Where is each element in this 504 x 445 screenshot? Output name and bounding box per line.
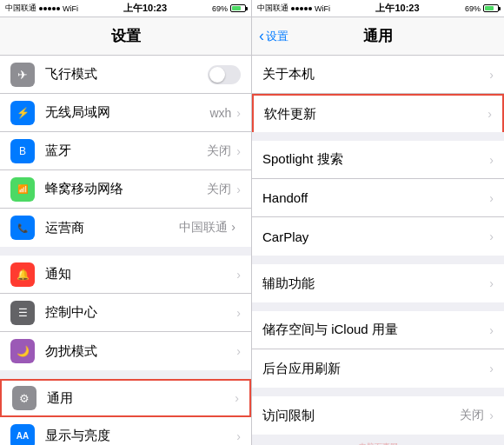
left-nav-bar: 设置 — [0, 17, 251, 56]
right-row-storage[interactable]: 储存空间与 iCloud 用量 › — [252, 311, 504, 349]
software-update-chevron: › — [487, 107, 492, 121]
right-gap-3 — [252, 302, 504, 311]
right-battery-pct: 69% — [465, 4, 481, 13]
back-chevron-icon: ‹ — [259, 27, 264, 45]
cellular-value: 关闭 — [207, 182, 231, 197]
left-row-notifications[interactable]: 🔔 通知 › — [0, 256, 251, 294]
right-nav-back[interactable]: ‹ 设置 — [259, 27, 288, 45]
left-battery-fill — [232, 6, 241, 10]
right-row-software-update[interactable]: 软件更新 › — [252, 94, 504, 132]
bluetooth-chevron: › — [236, 144, 241, 158]
about-label: 关于本机 — [262, 66, 489, 83]
right-watermark: 电脑百事网www.pcbst.com — [252, 435, 504, 445]
carplay-label: CarPlay — [262, 229, 489, 244]
right-panel: 中国联通 WiFi 上午10:23 69% ‹ 设置 通用 关于本机 › — [252, 0, 504, 445]
wifi-label: 无线局域网 — [45, 104, 209, 121]
right-settings-list[interactable]: 关于本机 › 软件更新 › Spotlight 搜索 › Handoff › C… — [252, 56, 504, 445]
carrier-value: 中国联通 › — [179, 220, 235, 236]
right-battery-fill — [485, 6, 494, 10]
control-label: 控制中心 — [45, 304, 236, 321]
restrictions-value: 关闭 — [460, 408, 484, 423]
control-chevron: › — [236, 306, 241, 320]
storage-chevron: › — [489, 323, 494, 337]
cellular-label: 蜂窝移动网络 — [45, 181, 207, 197]
airplane-toggle[interactable] — [208, 65, 241, 84]
spotlight-label: Spotlight 搜索 — [262, 151, 489, 168]
right-status-left: 中国联通 WiFi — [257, 3, 330, 14]
restrictions-chevron: › — [489, 408, 494, 422]
display-chevron: › — [236, 429, 241, 443]
restrictions-label: 访问限制 — [262, 408, 460, 424]
bluetooth-value: 关闭 — [207, 143, 231, 159]
right-gap-2 — [252, 256, 504, 264]
left-row-general[interactable]: ⚙ 通用 › — [0, 379, 251, 417]
left-row-carrier[interactable]: 📞 运营商 中国联通 › — [0, 209, 251, 247]
right-signal — [291, 7, 312, 10]
left-row-cellular[interactable]: 📶 蜂窝移动网络 关闭 › — [0, 170, 251, 209]
cellular-icon: 📶 — [10, 177, 35, 202]
left-row-bluetooth[interactable]: B 蓝牙 关闭 › — [0, 132, 251, 170]
right-section-storage: 储存空间与 iCloud 用量 › 后台应用刷新 › — [252, 311, 504, 388]
software-update-label: 软件更新 — [264, 106, 487, 123]
right-carrier: 中国联通 — [257, 3, 288, 14]
storage-label: 储存空间与 iCloud 用量 — [262, 322, 489, 338]
carrier-label: 运营商 — [45, 220, 179, 236]
general-chevron: › — [235, 391, 239, 405]
left-settings-list[interactable]: ✈ 飞行模式 ⚡ 无线局域网 wxh › B 蓝牙 关闭 › 📶 蜂窝移动网络 — [0, 56, 251, 445]
right-time: 上午10:23 — [375, 2, 419, 15]
display-label: 显示与亮度 — [45, 428, 236, 444]
dnd-icon: 🌙 — [10, 339, 35, 363]
left-nav-title: 设置 — [111, 26, 141, 46]
left-row-wifi[interactable]: ⚡ 无线局域网 wxh › — [0, 94, 251, 132]
right-gap-4 — [252, 388, 504, 396]
dnd-label: 勿扰模式 — [45, 343, 236, 360]
left-row-airplane[interactable]: ✈ 飞行模式 — [0, 56, 251, 94]
handoff-label: Handoff — [262, 190, 489, 205]
left-wifi-icon: WiFi — [63, 4, 78, 13]
accessibility-chevron: › — [489, 276, 494, 290]
right-row-handoff[interactable]: Handoff › — [252, 179, 504, 217]
right-battery-icon — [483, 4, 499, 12]
general-icon: ⚙ — [12, 386, 36, 410]
display-icon: AA — [10, 424, 35, 446]
right-nav-title: 通用 — [363, 26, 393, 46]
right-row-spotlight[interactable]: Spotlight 搜索 › — [252, 141, 504, 179]
left-gap-1 — [0, 247, 251, 256]
carplay-chevron: › — [489, 229, 494, 243]
right-nav-bar: ‹ 设置 通用 — [252, 17, 504, 56]
general-label: 通用 — [47, 390, 235, 407]
background-chevron: › — [489, 362, 494, 375]
background-label: 后台应用刷新 — [262, 361, 489, 377]
back-label: 设置 — [266, 29, 288, 44]
right-row-accessibility[interactable]: 辅助功能 › — [252, 264, 504, 302]
right-section-about: 关于本机 › 软件更新 › — [252, 56, 504, 132]
right-row-about[interactable]: 关于本机 › — [252, 56, 504, 94]
left-battery-icon — [230, 4, 246, 12]
cellular-chevron: › — [236, 183, 241, 196]
left-section-connectivity: ✈ 飞行模式 ⚡ 无线局域网 wxh › B 蓝牙 关闭 › 📶 蜂窝移动网络 — [0, 56, 251, 247]
right-gap-1 — [252, 132, 504, 141]
left-gap-2 — [0, 370, 251, 379]
left-battery-pct: 69% — [212, 4, 228, 13]
handoff-chevron: › — [489, 191, 494, 205]
left-status-right: 69% — [212, 4, 246, 13]
left-signal — [39, 7, 60, 10]
accessibility-label: 辅助功能 — [262, 276, 489, 292]
airplane-icon: ✈ — [10, 63, 35, 87]
right-row-background[interactable]: 后台应用刷新 › — [252, 349, 504, 388]
left-row-control[interactable]: ☰ 控制中心 › — [0, 294, 251, 332]
left-row-dnd[interactable]: 🌙 勿扰模式 › — [0, 332, 251, 370]
left-panel: 中国联通 WiFi 上午10:23 69% 设置 ✈ 飞行模式 — [0, 0, 252, 445]
left-section-notifications: 🔔 通知 › ☰ 控制中心 › 🌙 勿扰模式 › — [0, 256, 251, 370]
control-icon: ☰ — [10, 301, 35, 325]
right-row-restrictions[interactable]: 访问限制 关闭 › — [252, 396, 504, 435]
dnd-chevron: › — [236, 344, 241, 358]
left-row-display[interactable]: AA 显示与亮度 › — [0, 417, 251, 445]
spotlight-chevron: › — [489, 153, 494, 167]
right-row-carplay[interactable]: CarPlay › — [252, 217, 504, 256]
left-status-left: 中国联通 WiFi — [5, 3, 78, 14]
notifications-chevron: › — [236, 268, 241, 282]
airplane-label: 飞行模式 — [45, 66, 208, 83]
notifications-label: 通知 — [45, 266, 236, 282]
right-section-restrictions: 访问限制 关闭 › — [252, 396, 504, 435]
